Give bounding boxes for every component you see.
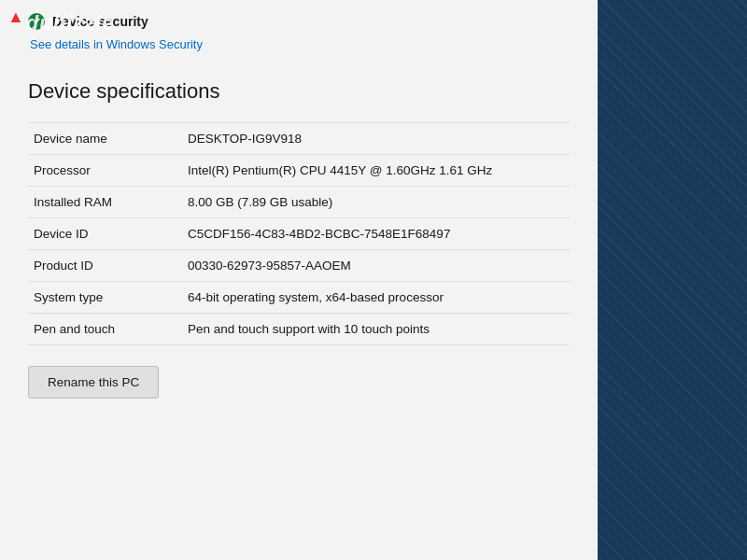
watermark-icon: ▲ bbox=[7, 7, 25, 26]
spec-value: DESKTOP-IG9V918 bbox=[182, 123, 570, 155]
table-row: Installed RAM8.00 GB (7.89 GB usable) bbox=[28, 187, 570, 218]
spec-label: Device name bbox=[28, 123, 182, 155]
spec-value: C5CDF156-4C83-4BD2-BCBC-7548E1F68497 bbox=[182, 218, 570, 250]
spec-value: 8.00 GB (7.89 GB usable) bbox=[182, 187, 570, 218]
table-row: Product ID00330-62973-95857-AAOEM bbox=[28, 250, 570, 282]
table-row: System type64-bit operating system, x64-… bbox=[28, 282, 570, 314]
rename-pc-button[interactable]: Rename this PC bbox=[28, 366, 159, 399]
spec-value: 00330-62973-95857-AAOEM bbox=[182, 250, 570, 282]
table-row: Device IDC5CDF156-4C83-4BD2-BCBC-7548E1F… bbox=[28, 218, 570, 250]
table-row: Device nameDESKTOP-IG9V918 bbox=[28, 123, 570, 155]
spec-label: Processor bbox=[28, 155, 182, 187]
table-row: Pen and touchPen and touch support with … bbox=[28, 314, 570, 345]
spec-value: 64-bit operating system, x64-based proce… bbox=[182, 282, 570, 314]
spec-label: Pen and touch bbox=[28, 314, 182, 345]
specs-table: Device nameDESKTOP-IG9V918ProcessorIntel… bbox=[28, 122, 570, 345]
spec-value: Pen and touch support with 10 touch poin… bbox=[182, 314, 570, 345]
main-panel: Device security See details in Windows S… bbox=[0, 0, 598, 560]
watermark-logo: ▲dubizzle bbox=[7, 7, 115, 35]
spec-value: Intel(R) Pentium(R) CPU 4415Y @ 1.60GHz … bbox=[182, 155, 570, 187]
spec-label: Device ID bbox=[28, 218, 182, 250]
spec-label: Product ID bbox=[28, 250, 182, 282]
table-row: ProcessorIntel(R) Pentium(R) CPU 4415Y @… bbox=[28, 155, 570, 187]
spec-label: System type bbox=[28, 282, 182, 314]
spec-label: Installed RAM bbox=[28, 187, 182, 218]
see-details-link[interactable]: See details in Windows Security bbox=[30, 37, 570, 51]
section-title: Device specifications bbox=[28, 79, 570, 104]
